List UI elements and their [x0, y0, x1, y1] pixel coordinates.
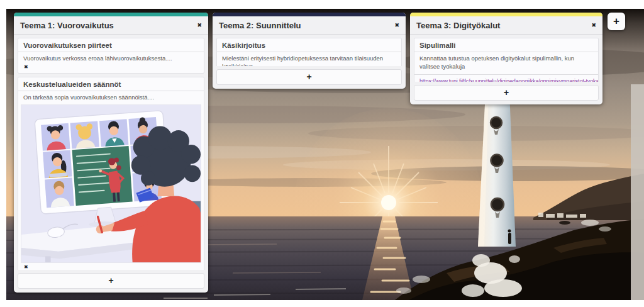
distant-rock — [559, 221, 570, 225]
column-title: Teema 1: Vuorovaikutus — [20, 21, 114, 30]
column-header: Teema 3: Digityökalut ✖ — [410, 16, 602, 35]
add-note-button[interactable]: + — [414, 85, 599, 101]
note-title: Sipulimalli — [414, 38, 598, 52]
note-sipulimalli[interactable]: Sipulimalli Kannattaa tutustua opetuksen… — [414, 38, 599, 82]
note-title: Vuorovaikutuksen piirteet — [18, 38, 204, 52]
add-note-button[interactable]: + — [18, 273, 204, 289]
note-keskustelualueiden-saannot[interactable]: Keskustelualueiden säännöt On tärkeää so… — [18, 77, 204, 270]
note-link[interactable]: https://www.tuni.fi/tlc/suunnittelu/digi… — [419, 78, 598, 82]
note-delete-icon[interactable]: ✖ — [18, 263, 204, 270]
video-call-illustration-svg — [21, 105, 201, 262]
column-title: Teema 2: Suunnittelu — [219, 21, 301, 30]
column-body: Sipulimalli Kannattaa tutustua opetuksen… — [410, 35, 602, 82]
figure-at-base — [508, 233, 511, 244]
note-title: Keskustelualueiden säännöt — [18, 77, 204, 91]
note-kasikirjoitus[interactable]: Käsikirjoitus Mielestäni erityisesti hyb… — [216, 38, 402, 66]
note-text: Mielestäni erityisesti hybridiopetuksess… — [217, 52, 401, 66]
column-close-icon[interactable]: ✖ — [591, 23, 596, 28]
note-text: Kannattaa tutustua opetuksen digityökalu… — [414, 52, 598, 71]
column-card-vuorovaikutus: Teema 1: Vuorovaikutus ✖ Vuorovaikutukse… — [14, 13, 208, 293]
video-call-illustration[interactable] — [21, 104, 201, 263]
column-header: Teema 1: Vuorovaikutus ✖ — [14, 16, 208, 35]
note-text: Vuorovaikutus verkossa eroaa lähivuorova… — [18, 52, 204, 63]
note-link-row: https://www.tuni.fi/tlc/suunnittelu/digi… — [414, 74, 598, 82]
add-column-button[interactable]: + — [608, 13, 625, 30]
column-body: Käsikirjoitus Mielestäni erityisesti hyb… — [213, 35, 406, 66]
chalkboard-tile — [72, 146, 133, 206]
note-text: On tärkeää sopia vuorovaikutuksen säännö… — [18, 91, 204, 102]
column-title: Teema 3: Digityökalut — [416, 21, 500, 30]
add-note-button[interactable]: + — [216, 69, 402, 85]
column-card-suunnittelu: Teema 2: Suunnittelu ✖ Käsikirjoitus Mie… — [213, 13, 406, 89]
right-edge-light-strip — [631, 84, 644, 300]
column-body: Vuorovaikutuksen piirteet Vuorovaikutus … — [14, 35, 208, 270]
note-delete-icon[interactable]: ✖ — [18, 63, 204, 73]
column-close-icon[interactable]: ✖ — [394, 23, 399, 28]
column-card-digityokalut: Teema 3: Digityökalut ✖ Sipulimalli Kann… — [410, 13, 602, 104]
column-header: Teema 2: Suunnittelu ✖ — [213, 16, 406, 35]
note-vuorovaikutuksen-piirteet[interactable]: Vuorovaikutuksen piirteet Vuorovaikutus … — [18, 38, 204, 74]
column-close-icon[interactable]: ✖ — [197, 23, 202, 28]
note-title: Käsikirjoitus — [217, 38, 401, 52]
